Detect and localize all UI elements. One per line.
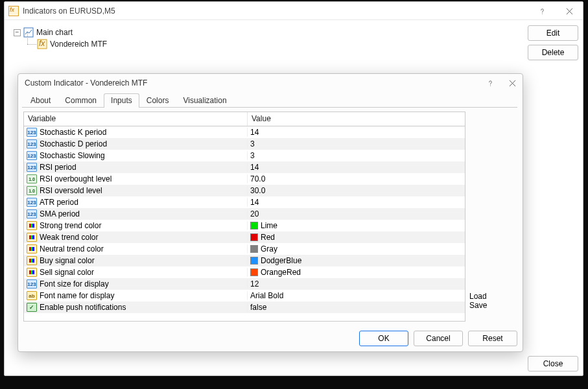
type-icon [27, 151, 37, 160]
value-cell[interactable]: 20 [248, 209, 465, 218]
value-text: 3 [250, 139, 255, 148]
load-button[interactable]: Load [469, 292, 519, 301]
save-button[interactable]: Save [469, 301, 519, 310]
table-row[interactable]: SMA period20 [24, 208, 465, 220]
variable-name: Font name for display [40, 291, 114, 300]
value-text: 14 [250, 198, 259, 207]
dialog-tabs: About Common Inputs Colors Visualization [18, 92, 523, 108]
value-cell[interactable]: 3 [248, 151, 465, 160]
col-value-header[interactable]: Value [248, 112, 465, 126]
variable-cell: Neutral trend color [24, 244, 248, 253]
value-text: 14 [250, 163, 259, 172]
table-row[interactable]: Stochastic Slowing3 [24, 150, 465, 161]
app-icon [8, 6, 19, 16]
ok-button[interactable]: OK [359, 331, 408, 346]
type-icon [27, 186, 37, 195]
delete-button[interactable]: Delete [528, 45, 578, 60]
value-cell[interactable]: Arial Bold [248, 291, 465, 300]
tree-collapse-icon[interactable] [14, 29, 21, 36]
table-row[interactable]: Neutral trend colorGray [24, 243, 465, 255]
indicator-tree: Main chart fx Vondereich MTF [14, 27, 513, 50]
variable-cell: ATR period [24, 198, 248, 207]
value-cell[interactable]: 70.0 [248, 174, 465, 183]
variable-name: RSI overbought level [40, 174, 112, 183]
value-cell[interactable]: false [248, 303, 465, 312]
color-swatch [250, 268, 258, 276]
value-text: DodgerBlue [261, 256, 301, 265]
variable-cell: Strong trend color [24, 221, 248, 230]
value-cell[interactable]: 3 [248, 139, 465, 148]
value-text: Gray [261, 244, 277, 253]
variable-cell: Font size for display [24, 279, 248, 289]
dialog-bottom-buttons: OK Cancel Reset [359, 331, 517, 346]
close-button[interactable]: Close [528, 356, 578, 371]
type-icon [27, 268, 37, 277]
variable-name: Font size for display [40, 279, 109, 289]
value-cell[interactable]: OrangeRed [248, 268, 465, 277]
cancel-button[interactable]: Cancel [414, 331, 463, 346]
outer-body: Main chart fx Vondereich MTF Edit Delete… [5, 20, 583, 375]
variable-cell: Buy signal color [24, 256, 248, 265]
indicator-fx-icon: fx [37, 39, 47, 49]
type-icon [27, 128, 37, 137]
variable-cell: SMA period [24, 209, 248, 218]
value-cell[interactable]: 30.0 [248, 186, 465, 195]
table-row[interactable]: Font size for display12 [24, 278, 465, 290]
variable-cell: Sell signal color [24, 268, 248, 277]
col-variable-header[interactable]: Variable [24, 112, 248, 126]
table-row[interactable]: Stochastic K period14 [24, 126, 465, 138]
table-row[interactable]: Sell signal colorOrangeRed [24, 266, 465, 278]
variable-name: Enable push notifications [40, 303, 126, 312]
tree-child-row[interactable]: fx Vondereich MTF [14, 38, 513, 50]
tab-colors[interactable]: Colors [139, 93, 176, 108]
table-row[interactable]: Weak trend colorRed [24, 231, 465, 243]
tree-root-label: Main chart [36, 28, 73, 37]
dialog-side-buttons: Load Save [469, 292, 519, 310]
variable-name: RSI period [40, 163, 76, 172]
variable-name: Stochastic K period [40, 128, 106, 137]
variable-cell: RSI period [24, 163, 248, 172]
help-button[interactable] [528, 2, 556, 20]
value-cell[interactable]: Lime [248, 221, 465, 230]
type-icon [27, 279, 37, 289]
type-icon [27, 198, 37, 207]
table-row[interactable]: Strong trend colorLime [24, 220, 465, 231]
variable-cell: Weak trend color [24, 233, 248, 242]
table-row[interactable]: Stochastic D period3 [24, 138, 465, 150]
grid-body: Stochastic K period14Stochastic D period… [24, 126, 465, 321]
table-row[interactable]: RSI oversold level30.0 [24, 185, 465, 196]
table-row[interactable]: RSI overbought level70.0 [24, 173, 465, 185]
table-row[interactable]: RSI period14 [24, 161, 465, 173]
table-row[interactable]: Font name for displayArial Bold [24, 290, 465, 301]
svg-text:fx: fx [39, 39, 45, 48]
variable-name: Weak trend color [40, 233, 99, 242]
close-window-button[interactable] [556, 2, 583, 20]
tab-visualization[interactable]: Visualization [176, 93, 233, 108]
value-cell[interactable]: 14 [248, 198, 465, 207]
type-icon [27, 256, 37, 265]
reset-button[interactable]: Reset [468, 331, 517, 346]
edit-button[interactable]: Edit [528, 25, 578, 41]
value-cell[interactable]: 14 [248, 163, 465, 172]
value-cell[interactable]: 14 [248, 128, 465, 137]
type-icon [27, 163, 37, 172]
dialog-close-button[interactable] [504, 75, 520, 91]
value-cell[interactable]: DodgerBlue [248, 256, 465, 265]
value-cell[interactable]: Gray [248, 244, 465, 253]
tab-about[interactable]: About [23, 93, 58, 108]
table-row[interactable]: Buy signal colorDodgerBlue [24, 255, 465, 266]
variable-name: Sell signal color [40, 268, 94, 277]
color-swatch [250, 245, 258, 253]
table-row[interactable]: ATR period14 [24, 196, 465, 208]
type-icon [27, 291, 37, 300]
tree-root-row[interactable]: Main chart [14, 27, 513, 38]
dialog-help-button[interactable] [482, 75, 498, 91]
table-row[interactable]: Enable push notificationsfalse [24, 301, 465, 313]
outer-titlebar: Indicators on EURUSD,M5 [5, 2, 583, 20]
type-icon [27, 244, 37, 253]
tab-common[interactable]: Common [58, 93, 104, 108]
tab-inputs[interactable]: Inputs [104, 93, 139, 108]
value-cell[interactable]: 12 [248, 279, 465, 289]
value-text: Lime [261, 221, 277, 230]
value-cell[interactable]: Red [248, 233, 465, 242]
